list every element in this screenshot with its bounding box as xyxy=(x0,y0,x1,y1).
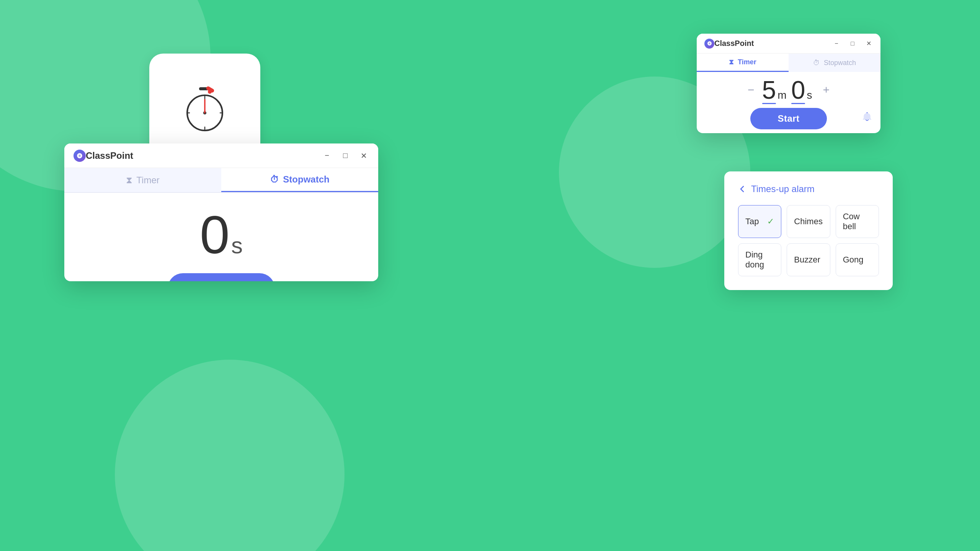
alarm-panel: Times-up alarm Tap ✓ Chimes Cow bell Din… xyxy=(724,171,893,290)
alarm-sound-gong[interactable]: Gong xyxy=(836,243,879,276)
alarm-sound-chimes[interactable]: Chimes xyxy=(787,205,830,238)
maximize-button-large[interactable]: □ xyxy=(340,150,351,161)
timer-decrease-button[interactable]: − xyxy=(740,84,762,96)
back-arrow-icon xyxy=(738,185,746,193)
tab-timer-label-large: Timer xyxy=(136,175,159,186)
minimize-button-small[interactable]: − xyxy=(832,39,841,48)
window-controls-small: − □ ✕ xyxy=(832,39,873,48)
start-button-small[interactable]: Start xyxy=(750,108,827,129)
timer-time-display: 5 m 0 s xyxy=(762,77,815,103)
window-title-large: ClassPoint xyxy=(86,150,322,161)
timer-increase-button[interactable]: + xyxy=(815,84,837,96)
alarm-sound-dingdong[interactable]: Ding dong xyxy=(738,243,781,276)
tabs-large: ⧗ Timer ⏱ Stopwatch xyxy=(64,168,378,193)
tab-stopwatch-small[interactable]: ⏱ Stopwatch xyxy=(789,54,880,72)
timer-minutes-unit: m xyxy=(777,89,786,101)
maximize-button-small[interactable]: □ xyxy=(848,39,857,48)
alarm-sound-dingdong-label: Ding dong xyxy=(745,250,774,270)
tab-timer-label-small: Timer xyxy=(738,58,756,66)
classpoint-logo-large xyxy=(74,150,86,162)
timer-display: − 5 m 0 s + xyxy=(697,72,880,106)
bg-decoration-2 xyxy=(115,360,345,551)
alarm-sound-tap-label: Tap xyxy=(745,217,759,227)
timer-icon-small: ⧗ xyxy=(729,58,734,66)
svg-point-9 xyxy=(208,90,212,94)
alarm-back-button[interactable]: Times-up alarm xyxy=(738,184,879,194)
alarm-sound-grid: Tap ✓ Chimes Cow bell Ding dong Buzzer G… xyxy=(738,205,879,276)
stopwatch-icon-small: ⏱ xyxy=(813,59,820,67)
alarm-sound-chimes-label: Chimes xyxy=(794,217,823,227)
stopwatch-icon-large: ⏱ xyxy=(270,174,279,185)
window-stopwatch: ClassPoint − □ ✕ ⧗ Timer ⏱ Stopwatch 0 s… xyxy=(64,143,378,281)
tab-stopwatch-large[interactable]: ⏱ Stopwatch xyxy=(221,168,378,192)
tab-timer-large[interactable]: ⧗ Timer xyxy=(64,168,221,192)
title-bar-small: ClassPoint − □ ✕ xyxy=(697,34,880,54)
timer-icon-large: ⧗ xyxy=(126,175,132,186)
stopwatch-icon-svg xyxy=(180,84,230,134)
alarm-sound-tap[interactable]: Tap ✓ xyxy=(738,205,781,238)
tab-timer-small[interactable]: ⧗ Timer xyxy=(697,54,789,72)
alarm-sound-buzzer[interactable]: Buzzer xyxy=(787,243,830,276)
stopwatch-unit: s xyxy=(231,232,243,259)
stopwatch-display: 0 s xyxy=(64,193,378,273)
close-button-small[interactable]: ✕ xyxy=(864,39,873,48)
alarm-sound-buzzer-label: Buzzer xyxy=(794,255,820,265)
timer-seconds: 0 xyxy=(791,77,805,103)
stopwatch-value: 0 xyxy=(200,208,230,262)
timer-seconds-unit: s xyxy=(807,89,812,101)
window-controls-large: − □ ✕ xyxy=(322,150,369,161)
alarm-sound-cowbell[interactable]: Cow bell xyxy=(836,205,879,238)
alarm-sound-cowbell-label: Cow bell xyxy=(843,212,872,231)
minimize-button-large[interactable]: − xyxy=(322,150,332,161)
alarm-sound-gong-label: Gong xyxy=(843,255,864,265)
tab-stopwatch-label-large: Stopwatch xyxy=(283,174,329,185)
close-button-large[interactable]: ✕ xyxy=(358,150,369,161)
timer-minutes: 5 xyxy=(762,77,776,103)
title-bar-large: ClassPoint − □ ✕ xyxy=(64,143,378,168)
tab-stopwatch-label-small: Stopwatch xyxy=(824,59,856,67)
window-title-small: ClassPoint xyxy=(714,39,832,48)
tabs-small: ⧗ Timer ⏱ Stopwatch xyxy=(697,54,880,72)
selected-checkmark: ✓ xyxy=(767,217,774,227)
classpoint-logo-small xyxy=(704,39,714,49)
alarm-bell-button[interactable] xyxy=(861,111,873,126)
alarm-panel-title: Times-up alarm xyxy=(751,184,815,194)
start-button-large[interactable]: Start xyxy=(168,273,275,281)
window-timer: ClassPoint − □ ✕ ⧗ Timer ⏱ Stopwatch − 5… xyxy=(697,34,880,133)
